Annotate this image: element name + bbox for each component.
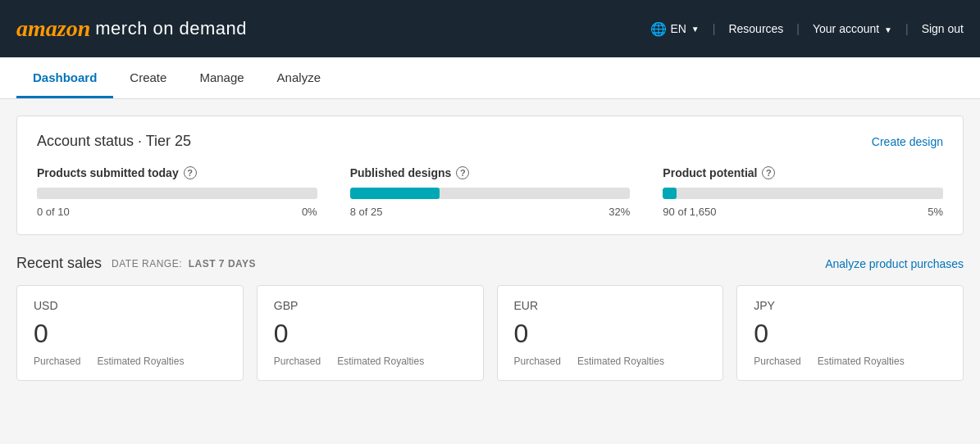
currency-labels: Purchased Estimated Royalties [514, 356, 707, 367]
globe-icon: 🌐 [650, 21, 667, 37]
chevron-down-icon: ▼ [884, 25, 892, 34]
metric-title: Products submitted today ? [37, 166, 317, 179]
date-range-prefix: DATE RANGE: [112, 258, 182, 270]
separator: | [713, 22, 716, 35]
account-status-title: Account status · Tier 25 [37, 133, 191, 150]
section-header: Recent sales DATE RANGE: LAST 7 DAYS Ana… [16, 255, 964, 272]
logo-area: amazon merch on demand [16, 16, 650, 42]
metric-published-designs: Published designs ? 8 of 25 32% [350, 166, 631, 218]
your-account-link[interactable]: Your account ▼ [813, 22, 892, 35]
currency-name: EUR [514, 299, 707, 312]
separator: | [796, 22, 800, 35]
metric-label: Products submitted today [37, 166, 179, 179]
chevron-down-icon: ▼ [691, 25, 700, 34]
currency-card-usd: USD 0 Purchased Estimated Royalties [16, 285, 244, 381]
currency-name: USD [34, 299, 226, 312]
info-icon[interactable]: ? [184, 166, 197, 179]
account-label: Your account [813, 22, 879, 35]
estimated-royalties-label: Estimated Royalties [818, 356, 905, 367]
currency-labels: Purchased Estimated Royalties [34, 356, 226, 367]
metric-label: Published designs [350, 166, 452, 179]
date-range-value: LAST 7 DAYS [189, 258, 256, 270]
nav-item-create[interactable]: Create [113, 57, 183, 98]
purchased-label: Purchased [754, 356, 800, 367]
resources-link[interactable]: Resources [728, 22, 783, 35]
main-content: Account status · Tier 25 Create design P… [0, 99, 980, 397]
currency-name: GBP [274, 299, 467, 312]
estimated-royalties-label: Estimated Royalties [337, 356, 424, 367]
card-header: Account status · Tier 25 Create design [37, 133, 943, 150]
progress-right: 32% [609, 206, 630, 218]
currency-card-gbp: GBP 0 Purchased Estimated Royalties [257, 285, 484, 381]
estimated-royalties-label: Estimated Royalties [577, 356, 664, 367]
progress-labels: 8 of 25 32% [350, 206, 631, 218]
recent-sales-title: Recent sales [16, 255, 102, 272]
header: amazon merch on demand 🌐 EN ▼ | Resource… [0, 0, 980, 57]
progress-left: 90 of 1,650 [663, 206, 716, 218]
recent-sales-section: Recent sales DATE RANGE: LAST 7 DAYS Ana… [16, 255, 964, 381]
progress-bar-bg [37, 188, 317, 199]
currency-card-jpy: JPY 0 Purchased Estimated Royalties [736, 285, 964, 381]
purchased-label: Purchased [274, 356, 321, 367]
section-title-area: Recent sales DATE RANGE: LAST 7 DAYS [16, 255, 256, 272]
date-range-label: DATE RANGE: LAST 7 DAYS [112, 258, 256, 270]
nav-item-manage[interactable]: Manage [183, 57, 260, 98]
currency-cards: USD 0 Purchased Estimated Royalties GBP … [16, 285, 964, 381]
progress-right: 5% [928, 206, 943, 218]
metric-product-potential: Product potential ? 90 of 1,650 5% [663, 166, 943, 218]
nav-item-analyze[interactable]: Analyze [261, 57, 337, 98]
separator: | [905, 22, 909, 35]
metric-title: Published designs ? [350, 166, 631, 179]
create-design-link[interactable]: Create design [872, 135, 943, 148]
currency-value: 0 [754, 319, 946, 349]
info-icon[interactable]: ? [762, 166, 775, 179]
progress-bar-bg [350, 188, 631, 199]
language-selector[interactable]: 🌐 EN ▼ [650, 21, 699, 37]
currency-labels: Purchased Estimated Royalties [754, 356, 946, 367]
main-nav: Dashboard Create Manage Analyze [0, 57, 980, 99]
nav-item-dashboard[interactable]: Dashboard [16, 57, 113, 98]
progress-bar-fill [350, 188, 440, 199]
metric-label: Product potential [663, 166, 757, 179]
metric-title: Product potential ? [663, 166, 943, 179]
progress-labels: 90 of 1,650 5% [663, 206, 943, 218]
progress-right: 0% [302, 206, 317, 218]
currency-value: 0 [514, 319, 707, 349]
sign-out-link[interactable]: Sign out [922, 22, 964, 35]
currency-name: JPY [754, 299, 946, 312]
currency-value: 0 [274, 319, 467, 349]
purchased-label: Purchased [34, 356, 80, 367]
progress-bar-fill [663, 188, 677, 199]
estimated-royalties-label: Estimated Royalties [97, 356, 184, 367]
analyze-product-purchases-link[interactable]: Analyze product purchases [825, 257, 964, 270]
logo-amazon: amazon [16, 16, 90, 42]
progress-bar-bg [663, 188, 943, 199]
purchased-label: Purchased [514, 356, 561, 367]
language-label: EN [670, 22, 686, 35]
account-status-card: Account status · Tier 25 Create design P… [16, 116, 964, 235]
metric-products-submitted: Products submitted today ? 0 of 10 0% [37, 166, 317, 218]
progress-left: 8 of 25 [350, 206, 383, 218]
metrics-row: Products submitted today ? 0 of 10 0% Pu… [37, 166, 943, 218]
logo-text: merch on demand [95, 18, 247, 39]
currency-card-eur: EUR 0 Purchased Estimated Royalties [497, 285, 724, 381]
progress-left: 0 of 10 [37, 206, 70, 218]
currency-value: 0 [34, 319, 226, 349]
currency-labels: Purchased Estimated Royalties [274, 356, 467, 367]
progress-labels: 0 of 10 0% [37, 206, 317, 218]
header-right: 🌐 EN ▼ | Resources | Your account ▼ | Si… [650, 21, 964, 37]
info-icon[interactable]: ? [456, 166, 469, 179]
